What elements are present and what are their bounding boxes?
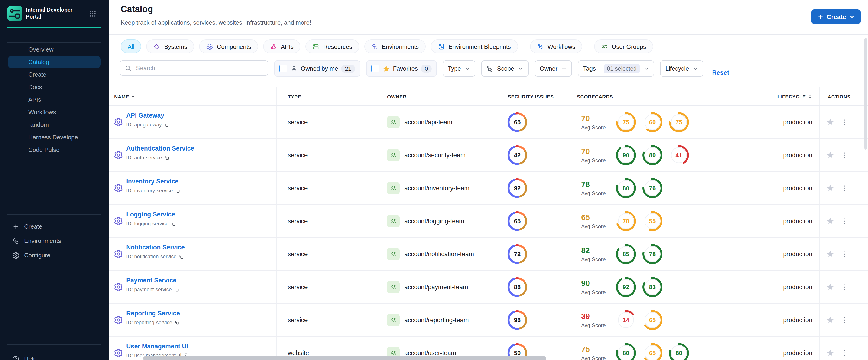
entity-name-link[interactable]: Notification Service <box>126 244 185 251</box>
entity-name-link[interactable]: Authentication Service <box>126 145 194 152</box>
sidebar-item-apis[interactable]: APIs <box>0 93 108 106</box>
create-button[interactable]: Create <box>811 9 861 24</box>
copy-icon[interactable] <box>164 122 169 127</box>
owner-name[interactable]: account/api-team <box>404 119 452 126</box>
owner-dropdown[interactable]: Owner <box>535 60 572 77</box>
favorite-star-icon[interactable] <box>826 250 835 258</box>
owner-name[interactable]: account/payment-team <box>404 283 468 291</box>
horizontal-scrollbar-thumb[interactable] <box>143 356 546 360</box>
owner-name[interactable]: account/security-team <box>404 152 466 159</box>
scorecard-ring[interactable]: 41 <box>669 145 689 166</box>
sidebar-item-overview[interactable]: Overview <box>0 43 108 56</box>
security-issues-donut[interactable]: 72 <box>507 244 528 265</box>
copy-icon[interactable] <box>175 188 180 193</box>
sidebar-item-configure[interactable]: Configure <box>0 248 108 263</box>
scorecard-ring[interactable]: 65 <box>642 342 663 360</box>
copy-icon[interactable] <box>175 320 180 325</box>
vertical-scrollbar-thumb[interactable] <box>864 38 867 150</box>
favorites-checkbox[interactable] <box>371 65 379 72</box>
tab-user-groups[interactable]: User Groups <box>594 39 653 53</box>
security-issues-donut[interactable]: 65 <box>507 211 528 232</box>
scorecard-ring[interactable]: 65 <box>642 309 663 330</box>
scorecard-ring[interactable]: 90 <box>616 145 637 166</box>
scorecard-ring[interactable]: 92 <box>616 277 637 298</box>
tags-dropdown[interactable]: Tags 01 selected <box>578 60 654 77</box>
tab-apis[interactable]: APIs <box>263 39 301 53</box>
scorecard-ring[interactable]: 80 <box>616 342 637 360</box>
security-issues-donut[interactable]: 98 <box>507 309 528 330</box>
owner-name[interactable]: account/logging-team <box>404 218 464 224</box>
type-dropdown[interactable]: Type <box>442 60 475 77</box>
row-menu-icon[interactable] <box>841 250 848 258</box>
security-issues-donut[interactable]: 88 <box>507 277 528 298</box>
row-menu-icon[interactable] <box>841 184 848 192</box>
entity-name-link[interactable]: Reporting Service <box>126 310 180 317</box>
favorite-star-icon[interactable] <box>826 118 835 126</box>
column-header-lifecycle[interactable]: LIFECYCLE <box>768 94 812 99</box>
app-switcher-icon[interactable] <box>89 10 97 18</box>
scorecard-ring[interactable]: 78 <box>642 244 663 265</box>
sidebar-item-random[interactable]: random <box>0 118 108 131</box>
row-menu-icon[interactable] <box>841 151 848 159</box>
lifecycle-dropdown[interactable]: Lifecycle <box>660 60 703 77</box>
sidebar-item-help[interactable]: Help <box>0 352 108 360</box>
owner-name[interactable]: account/inventory-team <box>404 185 469 191</box>
sidebar-item-harness-develope[interactable]: Harness Develope... <box>0 131 108 144</box>
scorecard-ring[interactable]: 80 <box>642 145 663 166</box>
tab-systems[interactable]: Systems <box>147 39 194 53</box>
tab-environments[interactable]: Environments <box>364 39 426 53</box>
favorite-star-icon[interactable] <box>826 283 835 291</box>
sidebar-item-environments[interactable]: Environments <box>0 234 108 248</box>
copy-icon[interactable] <box>174 287 179 292</box>
row-menu-icon[interactable] <box>841 118 848 126</box>
scorecard-ring[interactable]: 60 <box>642 112 663 132</box>
favorites-filter[interactable]: Favorites 0 <box>366 60 437 77</box>
owned-by-me-checkbox[interactable] <box>279 65 287 72</box>
scorecard-ring[interactable]: 83 <box>642 277 663 298</box>
copy-icon[interactable] <box>171 221 176 226</box>
tab-all[interactable]: All <box>121 39 141 53</box>
sidebar-item-create[interactable]: Create <box>0 219 108 234</box>
scorecard-ring[interactable]: 80 <box>669 342 689 360</box>
scorecard-ring[interactable]: 80 <box>616 178 637 199</box>
scorecard-ring[interactable]: 14 <box>616 309 637 330</box>
copy-icon[interactable] <box>179 254 184 259</box>
security-issues-donut[interactable]: 92 <box>507 178 528 199</box>
entity-name-link[interactable]: API Gateway <box>126 112 169 119</box>
security-issues-donut[interactable]: 65 <box>507 112 528 132</box>
tab-resources[interactable]: Resources <box>306 39 359 53</box>
scorecard-ring[interactable]: 70 <box>616 211 637 232</box>
scorecard-ring[interactable]: 85 <box>616 244 637 265</box>
sidebar-item-docs[interactable]: Docs <box>0 81 108 93</box>
favorite-star-icon[interactable] <box>826 184 835 192</box>
scope-dropdown[interactable]: Scope <box>482 60 529 77</box>
sidebar-item-create[interactable]: Create <box>0 68 108 81</box>
tab-workflows[interactable]: Workflows <box>530 39 582 53</box>
owned-by-me-filter[interactable]: Owned by me 21 <box>274 60 360 77</box>
search-input[interactable] <box>135 64 263 72</box>
sidebar-item-code-pulse[interactable]: Code Pulse <box>0 144 108 156</box>
favorite-star-icon[interactable] <box>826 349 835 357</box>
owner-name[interactable]: account/notification-team <box>404 250 474 258</box>
entity-name-link[interactable]: Payment Service <box>126 277 179 284</box>
sidebar-item-catalog[interactable]: Catalog <box>8 56 101 68</box>
reset-filters-link[interactable]: Reset <box>712 69 729 76</box>
owner-name[interactable]: account/user-team <box>404 350 456 357</box>
scorecard-ring[interactable]: 55 <box>642 211 663 232</box>
tab-environment-blueprints[interactable]: Environment Blueprints <box>431 39 518 53</box>
row-menu-icon[interactable] <box>841 217 848 225</box>
entity-name-link[interactable]: User Management UI <box>126 343 189 350</box>
row-menu-icon[interactable] <box>841 349 848 357</box>
scorecard-ring[interactable]: 76 <box>642 178 663 199</box>
favorite-star-icon[interactable] <box>826 316 835 324</box>
column-header-name[interactable]: NAME <box>114 94 135 99</box>
favorite-star-icon[interactable] <box>826 151 835 159</box>
favorite-star-icon[interactable] <box>826 217 835 225</box>
scorecard-ring[interactable]: 75 <box>616 112 637 132</box>
owner-name[interactable]: account/reporting-team <box>404 317 469 324</box>
security-issues-donut[interactable]: 42 <box>507 145 528 166</box>
entity-name-link[interactable]: Logging Service <box>126 211 176 218</box>
row-menu-icon[interactable] <box>841 283 848 291</box>
copy-icon[interactable] <box>164 155 169 160</box>
sidebar-item-workflows[interactable]: Workflows <box>0 106 108 118</box>
